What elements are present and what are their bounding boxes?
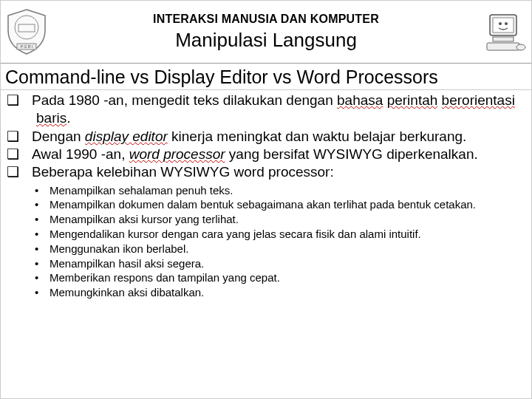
section-title: Command-line vs Display Editor vs Word P… [1, 64, 531, 90]
slide-title: Manipulasi Langsung [52, 29, 480, 52]
svg-point-6 [499, 22, 502, 25]
header: P G R I INTERAKSI MANUSIA DAN KOMPUTER M… [1, 1, 531, 64]
svg-rect-5 [493, 18, 514, 33]
sub-bullets: •Menampilkan sehalaman penuh teks. •Mena… [1, 182, 531, 300]
dot-bullet-icon: • [42, 227, 50, 242]
sub-item: •Memberikan respons dan tampilan yang ce… [42, 270, 524, 285]
sub-item: •Mengendalikan kursor dengan cara yang j… [42, 227, 524, 242]
dot-bullet-icon: • [42, 242, 50, 256]
sub-item: •Menampilkan dokumen dalam bentuk sebaga… [42, 197, 524, 212]
svg-point-7 [505, 22, 508, 25]
bullet-2: ❑Dengan display editor kinerja meningkat… [21, 128, 524, 146]
dot-bullet-icon: • [42, 270, 50, 285]
bullet-1: ❑Pada 1980 -an, mengedit teks dilakukan … [21, 92, 524, 128]
sub-item: •Menampilkan sehalaman penuh teks. [42, 183, 524, 198]
content-body: ❑Pada 1980 -an, mengedit teks dilakukan … [1, 90, 531, 182]
sub-item: •Menggunakan ikon berlabel. [42, 242, 524, 256]
square-bullet-icon: ❑ [21, 92, 32, 109]
square-bullet-icon: ❑ [21, 128, 32, 146]
dot-bullet-icon: • [42, 256, 50, 271]
dot-bullet-icon: • [42, 212, 50, 227]
svg-point-10 [516, 44, 525, 50]
course-name: INTERAKSI MANUSIA DAN KOMPUTER [52, 13, 480, 26]
slide: P G R I INTERAKSI MANUSIA DAN KOMPUTER M… [0, 0, 532, 399]
square-bullet-icon: ❑ [21, 163, 32, 181]
sub-item: •Menampilkan aksi kursor yang terlihat. [42, 212, 524, 227]
computer-cartoon-icon [480, 5, 531, 58]
dot-bullet-icon: • [42, 183, 50, 198]
svg-rect-9 [487, 43, 519, 50]
sub-item: •Memungkinkan aksi dibatalkan. [42, 285, 524, 300]
svg-text:P G R I: P G R I [21, 44, 33, 49]
bullet-3: ❑Awal 1990 -an, word processor yang bers… [21, 146, 524, 163]
dot-bullet-icon: • [42, 197, 50, 212]
dot-bullet-icon: • [42, 285, 50, 300]
square-bullet-icon: ❑ [21, 146, 32, 163]
svg-rect-8 [493, 37, 514, 41]
bullet-4: ❑Beberapa kelebihan WYSIWYG word process… [21, 163, 524, 181]
logo-left-icon: P G R I [1, 5, 52, 58]
sub-item: •Menampilkan hasil aksi segera. [42, 256, 524, 271]
header-text: INTERAKSI MANUSIA DAN KOMPUTER Manipulas… [52, 13, 480, 52]
